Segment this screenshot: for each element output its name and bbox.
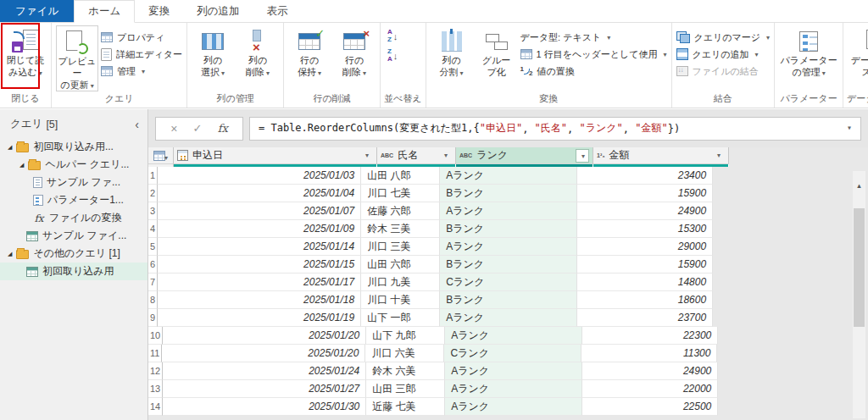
split-column-button[interactable]: 列の 分割▾ — [431, 25, 473, 79]
column-header-amount[interactable]: 1²₃ 金額 ▾ — [593, 147, 729, 164]
cell-amount[interactable]: 24900 — [577, 202, 713, 220]
manage-parameters-button[interactable]: パラメーター の管理▾ — [779, 25, 838, 79]
cell-name[interactable]: 山下 一郎 — [361, 309, 440, 327]
cell-date[interactable]: 2025/01/04 — [158, 185, 361, 202]
append-queries-button[interactable]: クエリの追加▾ — [676, 47, 771, 61]
row-number[interactable]: 7 — [148, 274, 158, 291]
tree-item-initial-import-selected[interactable]: 初回取り込み用 — [0, 262, 147, 280]
sort-ascending-button[interactable]: AZ ↓ — [385, 27, 400, 45]
cell-date[interactable]: 2025/01/24 — [163, 362, 366, 380]
cell-date[interactable]: 2025/01/20 — [163, 327, 366, 345]
cancel-icon[interactable]: × — [170, 122, 177, 135]
cell-amount[interactable]: 24900 — [582, 362, 718, 380]
cell-rank[interactable]: Aランク — [445, 327, 582, 345]
tree-item-folder-helper-queries[interactable]: ◢ ヘルパー クエリ... — [0, 156, 147, 174]
row-number[interactable]: 14 — [148, 398, 163, 416]
row-number[interactable]: 8 — [148, 291, 158, 309]
filter-dropdown-icon[interactable]: ▾ — [576, 149, 589, 163]
row-number[interactable]: 4 — [148, 220, 158, 238]
cell-name[interactable]: 佐藤 六郎 — [361, 202, 440, 220]
expander-icon[interactable]: ◢ — [19, 162, 24, 169]
cell-rank[interactable]: Bランク — [440, 256, 577, 274]
advanced-editor-button[interactable]: 詳細エディター — [101, 47, 182, 61]
tab-view[interactable]: 表示 — [253, 0, 302, 22]
row-number[interactable]: 10 — [148, 327, 163, 345]
merge-queries-button[interactable]: クエリのマージ▾ — [676, 30, 771, 44]
filter-dropdown-icon[interactable]: ▾ — [438, 149, 452, 163]
remove-rows-button[interactable]: × 行の 削除▾ — [333, 25, 376, 79]
cell-name[interactable]: 川口 九美 — [361, 274, 440, 291]
row-number[interactable]: 2 — [148, 185, 158, 202]
cell-date[interactable]: 2025/01/07 — [158, 202, 361, 220]
tree-item-parameter1[interactable]: パラメーター1... — [0, 191, 147, 209]
row-number[interactable]: 13 — [148, 380, 163, 398]
row-number[interactable]: 5 — [148, 238, 158, 256]
manage-button[interactable]: 管理▾ — [101, 64, 182, 78]
cell-amount[interactable]: 18600 — [577, 291, 713, 309]
cell-amount[interactable]: 22500 — [582, 398, 718, 416]
filter-dropdown-icon[interactable]: ▾ — [711, 149, 725, 163]
cell-amount[interactable]: 15300 — [577, 220, 713, 238]
cell-name[interactable]: 川口 三美 — [361, 238, 440, 256]
cell-rank[interactable]: Aランク — [445, 362, 582, 380]
cell-rank[interactable]: Aランク — [440, 238, 577, 256]
cell-rank[interactable]: Bランク — [440, 291, 577, 309]
cell-rank[interactable]: Bランク — [440, 220, 577, 238]
cell-amount[interactable]: 22000 — [582, 380, 718, 398]
expander-icon[interactable]: ◢ — [8, 144, 12, 151]
data-source-settings-button[interactable]: ⚙ データ ソー ス設定 — [848, 25, 868, 79]
cell-amount[interactable]: 29000 — [577, 238, 713, 256]
row-number[interactable]: 9 — [148, 309, 158, 327]
use-first-row-as-headers-button[interactable]: 1 行目をヘッダーとして使用▾ — [520, 47, 667, 61]
remove-columns-button[interactable]: × 列の 削除▾ — [236, 25, 279, 79]
column-header-rank-selected[interactable]: ABC ランク ▾ — [456, 147, 593, 164]
cell-amount[interactable]: 15900 — [577, 185, 713, 202]
confirm-icon[interactable]: ✓ — [193, 122, 203, 135]
row-number[interactable]: 12 — [148, 362, 163, 380]
cell-amount[interactable]: 14800 — [577, 274, 713, 291]
group-by-button[interactable]: グルー プ化 — [476, 25, 518, 79]
row-number[interactable]: 1 — [148, 167, 158, 185]
cell-date[interactable]: 2025/01/27 — [163, 380, 366, 398]
row-number[interactable]: 11 — [148, 345, 162, 362]
cell-date[interactable]: 2025/01/20 — [162, 345, 365, 362]
cell-rank[interactable]: Aランク — [440, 167, 577, 185]
scrollbar-thumb[interactable] — [854, 208, 865, 327]
cell-amount[interactable]: 23400 — [577, 167, 713, 185]
cell-date[interactable]: 2025/01/03 — [158, 167, 361, 185]
tab-add-column[interactable]: 列の追加 — [183, 0, 253, 22]
properties-button[interactable]: プロパティ — [101, 30, 182, 44]
expander-icon[interactable]: ◢ — [8, 251, 12, 257]
scroll-up-icon[interactable]: ▴ — [853, 171, 865, 190]
cell-rank[interactable]: Cランク — [444, 345, 581, 362]
cell-name[interactable]: 山田 三郎 — [366, 380, 445, 398]
refresh-preview-button[interactable]: プレビュー の更新▾ — [56, 25, 98, 91]
cell-name[interactable]: 山下 九郎 — [366, 327, 445, 345]
tree-item-sample-file-table[interactable]: サンプル ファイ... — [0, 227, 147, 245]
formula-input[interactable]: = Table.ReorderColumns(変更された型1,{"申込日", "… — [249, 117, 861, 141]
cell-name[interactable]: 川口 七美 — [361, 185, 440, 202]
cell-amount[interactable]: 22300 — [582, 327, 718, 345]
cell-amount[interactable]: 23700 — [577, 309, 713, 327]
cell-name[interactable]: 山田 六郎 — [361, 256, 440, 274]
cell-date[interactable]: 2025/01/30 — [163, 398, 366, 416]
cell-rank[interactable]: Aランク — [445, 398, 582, 416]
tab-transform[interactable]: 変換 — [135, 0, 183, 22]
cell-date[interactable]: 2025/01/19 — [158, 309, 361, 327]
tree-item-transform-file[interactable]: fx ファイルの変換 — [0, 209, 147, 227]
sort-descending-button[interactable]: ZA ↓ — [385, 47, 400, 64]
cell-date[interactable]: 2025/01/09 — [158, 220, 361, 238]
cell-date[interactable]: 2025/01/18 — [158, 291, 361, 309]
close-and-load-button[interactable]: 閉じて読 み込む▾ — [4, 25, 47, 79]
cell-date[interactable]: 2025/01/17 — [158, 274, 361, 291]
cell-date[interactable]: 2025/01/15 — [158, 256, 361, 274]
row-number[interactable]: 3 — [148, 202, 158, 220]
vertical-scrollbar[interactable]: ▴ — [853, 171, 865, 418]
tab-home[interactable]: ホーム — [74, 0, 135, 23]
tree-item-folder-other-queries[interactable]: ◢ その他のクエリ [1] — [0, 245, 147, 262]
row-number[interactable]: 6 — [148, 256, 158, 274]
collapse-pane-icon[interactable]: ‹ — [135, 119, 139, 130]
data-type-button[interactable]: データ型: テキスト▾ — [520, 30, 667, 44]
expand-formula-bar-icon[interactable]: ▾ — [847, 123, 852, 132]
select-all-button[interactable]: ▾ — [148, 147, 174, 164]
